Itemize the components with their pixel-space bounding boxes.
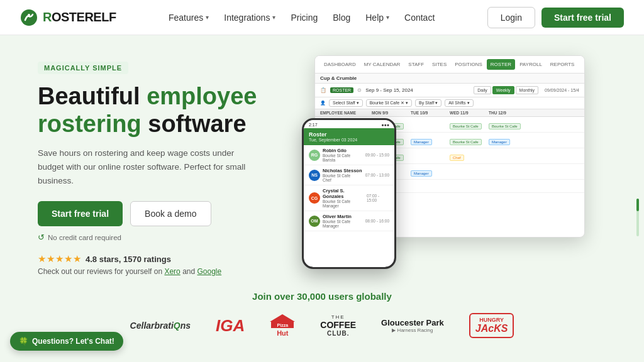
roster-badge: ROSTER [330,87,353,93]
chevron-down-icon: ▾ [386,14,389,21]
tab-roster[interactable]: ROSTER [487,59,515,70]
rating-score: 4.8 stars, 1570 ratings [86,255,171,264]
logo-pizza-hut: Pizza Hut [270,314,295,337]
logo-coffee-club: THE COFFEE CLUB. [320,314,356,337]
tab-mycalendar[interactable]: MY CALENDAR [360,59,404,70]
logo[interactable]: ROSTERELF [20,9,116,26]
view-monthly[interactable]: Monthly [516,86,539,94]
google-link[interactable]: Google [197,267,222,276]
xero-link[interactable]: Xero [164,267,180,276]
header: ROSTERELF Features ▾ Integrations ▾ Pric… [0,0,644,35]
pizza-hut-building: Pizza [271,322,294,328]
filter-staff[interactable]: Select Staff ▾ [329,99,363,107]
chevron-down-icon: ▾ [272,14,275,21]
mobile-list-item: OM Oliver Martin Bourke St CafeManager 0… [304,211,394,231]
ratings: ★★★★★ 4.8 stars, 1570 ratings [38,253,277,265]
avatar: OM [309,216,320,227]
avatar: RG [309,150,320,161]
logo-icon [20,9,38,26]
hero-subtitle: Save hours on rostering and keep wage co… [38,146,252,187]
header-buttons: Login Start free trial [487,7,624,28]
svg-point-1 [28,14,30,16]
tab-reports[interactable]: REPORTS [547,59,579,70]
chat-icon: 🍀 [19,337,28,346]
login-button[interactable]: Login [487,7,535,28]
logo-gloucester-park: Gloucester Park ▶ Harness Racing [381,318,444,333]
logo-text: ROSTERELF [43,10,116,25]
app-toolbar: 📋 ROSTER ⊙ Sep 9 - Sep 15, 2024 Daily We… [315,84,584,97]
join-section: Join over 30,000 users globally [0,282,644,307]
pizza-hut-roof [270,314,295,322]
hero-right: DASHBOARD MY CALENDAR STAFF SITES POSITI… [302,55,606,256]
nav-item-features[interactable]: Features ▾ [162,9,215,26]
checkmark-icon: ↺ [38,233,45,242]
start-free-trial-button[interactable]: Start free trial [541,8,624,28]
hero-cta-button[interactable]: Start free trial [38,201,123,226]
nav-item-integrations[interactable]: Integrations ▾ [218,9,282,26]
roster-icon: 📋 [320,87,326,93]
date-range: Sep 9 - Sep 15, 2024 [365,87,413,93]
view-buttons: Daily Weekly Monthly [474,86,538,94]
scrollbar[interactable] [636,199,639,236]
nav-item-contact[interactable]: Contact [398,9,441,26]
tab-positions[interactable]: POSITIONS [451,59,486,70]
app-tabs: DASHBOARD MY CALENDAR STAFF SITES POSITI… [315,56,584,74]
date-display: 09/09/2024 - 15/4 [545,88,579,92]
app-filter-row: 👤 Select Staff ▾ Bourke St Cafe ✕ ▾ By S… [315,97,584,109]
logo-cellarbrations: CellarbratiQns [130,321,191,331]
mobile-screen: 2:17 ●●● Roster Tue, September 03 2024 R… [304,120,394,267]
book-demo-button[interactable]: Book a demo [130,201,211,226]
app-breadcrumb: Cup & Crumble [315,74,584,84]
svg-point-0 [21,9,37,26]
mobile-header: Roster Tue, September 03 2024 [304,128,394,145]
nav-item-help[interactable]: Help ▾ [359,9,396,26]
main-nav: Features ▾ Integrations ▾ Pricing Blog H… [162,9,441,26]
hero-section: MAGICALLY SIMPLE Beautiful employee rost… [0,35,644,282]
chevron-down-icon: ▾ [206,14,209,21]
view-weekly[interactable]: Weekly [492,86,514,94]
table-header: EMPLOYEE NAME MON 9/9 TUE 10/9 WED 11/9 … [315,109,584,117]
tab-sites[interactable]: SITES [428,59,450,70]
mobile-list-item: CG Crystal S. Gonzales Bourke St CafeMan… [304,185,394,211]
avatar: CG [309,192,320,204]
avatar: NS [309,170,320,181]
mobile-list-item: RG Robin Gilo Bourke St CafeBarista 09:0… [304,145,394,165]
person-icon: 👤 [320,101,326,106]
logo-hungry-jacks: HUNGRY JAcKS [469,313,514,338]
mobile-app-preview: 2:17 ●●● Roster Tue, September 03 2024 R… [302,118,396,269]
hero-heading: Beautiful employee rostering software [38,83,277,138]
tab-payroll[interactable]: PAYROLL [516,59,546,70]
mobile-status-bar: 2:17 ●●● [304,120,394,128]
filter-by-staff[interactable]: By Staff ▾ [415,99,441,107]
chat-widget[interactable]: 🍀 Questions? Let's Chat! [10,332,123,351]
toolbar-circle: ⊙ [357,87,362,93]
nav-item-pricing[interactable]: Pricing [284,9,324,26]
nav-item-blog[interactable]: Blog [326,9,357,26]
filter-all-shifts[interactable]: All Shifts ▾ [445,99,473,107]
hero-actions: Start free trial Book a demo [38,201,277,226]
hero-badge: MAGICALLY SIMPLE [38,62,128,74]
tab-staff[interactable]: STAFF [404,59,428,70]
review-text: Check out our reviews for yourself on Xe… [38,267,277,276]
scrollbar-thumb[interactable] [636,199,639,211]
logo-iga: IGA [216,316,245,336]
chat-label: Questions? Let's Chat! [32,337,114,346]
filter-site[interactable]: Bourke St Cafe ✕ ▾ [366,99,412,107]
star-icons: ★★★★★ [38,253,82,265]
mobile-list-item: NS Nicholas Stesson Bourke St CafeChef 0… [304,165,394,185]
tab-dashboard[interactable]: DASHBOARD [320,59,360,70]
hero-left: MAGICALLY SIMPLE Beautiful employee rost… [38,55,277,276]
no-credit-note: ↺ No credit card required [38,233,277,242]
view-daily[interactable]: Daily [474,86,491,94]
